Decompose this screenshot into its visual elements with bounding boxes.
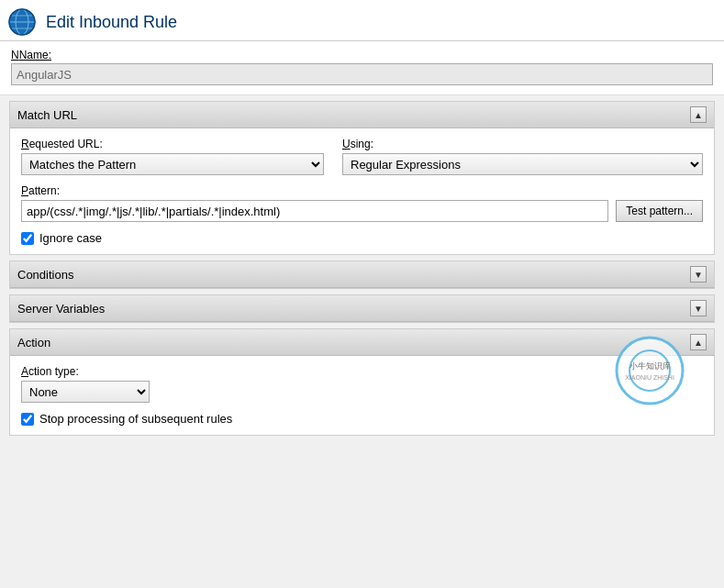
- using-label: Using:: [342, 138, 703, 150]
- conditions-header[interactable]: Conditions ▼: [10, 261, 714, 288]
- name-input[interactable]: [11, 63, 713, 85]
- requested-url-label: Requested URL:: [21, 138, 324, 150]
- page-header: Edit Inbound Rule: [0, 0, 724, 41]
- name-label: NName:: [11, 49, 713, 61]
- action-collapse-btn[interactable]: ▲: [690, 334, 707, 350]
- pattern-row: Test pattern...: [21, 200, 703, 222]
- action-type-label: Action type:: [21, 365, 703, 378]
- stop-processing-label: Stop processing of subsequent rules: [39, 412, 232, 426]
- conditions-title: Conditions: [17, 268, 73, 282]
- main-content: NName: Match URL ▲ Requested URL: Matche…: [0, 41, 724, 436]
- stop-processing-row: Stop processing of subsequent rules: [21, 412, 703, 426]
- action-title: Action: [17, 336, 50, 349]
- ignore-case-row: Ignore case: [21, 231, 703, 245]
- action-type-select[interactable]: None Rewrite Redirect Custom Response Ab…: [21, 381, 150, 403]
- requested-url-select[interactable]: Matches the Pattern Does Not Match the P…: [21, 153, 324, 175]
- action-panel: Action ▲ Action type: None Rewrite Redir…: [9, 328, 715, 436]
- action-header[interactable]: Action ▲: [10, 329, 714, 356]
- match-url-body: Requested URL: Matches the Pattern Does …: [10, 128, 714, 254]
- page-title: Edit Inbound Rule: [46, 13, 177, 32]
- server-variables-header[interactable]: Server Variables ▼: [10, 295, 714, 322]
- conditions-panel: Conditions ▼: [9, 261, 715, 289]
- stop-processing-checkbox[interactable]: [21, 413, 34, 426]
- pattern-label: Pattern:: [21, 184, 703, 197]
- match-url-panel: Match URL ▲ Requested URL: Matches the P…: [9, 101, 715, 255]
- action-type-section: Action type: None Rewrite Redirect Custo…: [21, 365, 703, 403]
- server-variables-title: Server Variables: [17, 302, 105, 316]
- url-using-row: Requested URL: Matches the Pattern Does …: [21, 138, 703, 175]
- ignore-case-label: Ignore case: [39, 231, 102, 245]
- conditions-collapse-btn[interactable]: ▼: [690, 266, 707, 283]
- name-section: NName:: [0, 41, 724, 95]
- match-url-title: Match URL: [17, 108, 77, 122]
- server-variables-panel: Server Variables ▼: [9, 294, 715, 323]
- test-pattern-button[interactable]: Test pattern...: [616, 200, 703, 222]
- pattern-input-wrap: [21, 200, 608, 222]
- requested-url-col: Requested URL: Matches the Pattern Does …: [21, 138, 324, 175]
- action-body: Action type: None Rewrite Redirect Custo…: [10, 356, 714, 435]
- globe-icon: [7, 7, 37, 37]
- pattern-input[interactable]: [21, 200, 608, 222]
- using-select[interactable]: Regular Expressions Wildcards Exact Matc…: [342, 153, 703, 175]
- pattern-section: Pattern: Test pattern...: [21, 184, 703, 222]
- ignore-case-checkbox[interactable]: [21, 232, 34, 245]
- using-col: Using: Regular Expressions Wildcards Exa…: [342, 138, 703, 175]
- server-variables-collapse-btn[interactable]: ▼: [690, 300, 707, 316]
- match-url-collapse-btn[interactable]: ▲: [690, 106, 707, 123]
- match-url-header[interactable]: Match URL ▲: [10, 102, 714, 128]
